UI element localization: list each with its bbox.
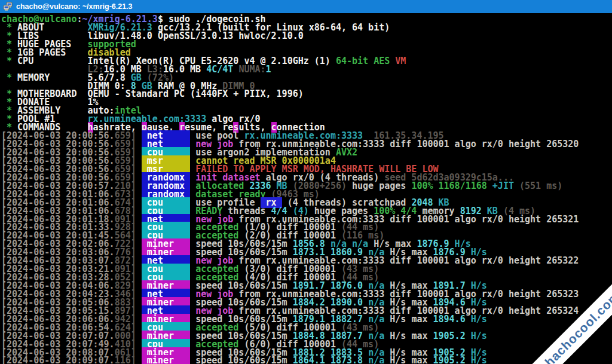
terminal-line: * MEMORY 5.6/7.8 GB (72%)	[1, 72, 612, 81]
text-segment: 1905.2	[433, 355, 466, 364]
putty-terminal-icon	[3, 2, 13, 11]
log-line: [2024-06-03 20:03:28.052] cpu accepted (…	[1, 272, 612, 280]
text-segment: QEMU - Standard PC (i440FX + PIIX, 1996)	[88, 88, 304, 99]
log-line: [2024-06-03 20:01:45.564] cpu accepted (…	[1, 230, 612, 238]
text-segment: 64-bit AES	[336, 56, 390, 66]
log-line: [2024-06-03 20:01:06.674] cpu use profil…	[1, 197, 612, 206]
text-segment: (551 ms)	[519, 181, 562, 191]
text-segment	[487, 181, 492, 191]
log-line: [2024-06-03 20:00:56.659] msr FAILED TO …	[1, 164, 612, 172]
terminal-output[interactable]: chacho@vulcano:~/xmrig-6.21.3$ sudo ./do…	[0, 13, 612, 364]
text-segment	[514, 181, 519, 191]
log-line: [2024-06-03 20:08:07.061] miner speed 10…	[1, 347, 612, 356]
text-segment: 1905.2	[433, 331, 466, 341]
log-line: [2024-06-03 20:05:15.897] net new job fr…	[1, 305, 612, 314]
text-segment: 1894.6	[433, 314, 466, 325]
log-line: [2024-06-03 20:06:54.624] cpu accepted (…	[1, 322, 612, 331]
text-segment: huge pages	[347, 181, 411, 191]
terminal-line: * COMMANDS hashrate, pause, resume, resu…	[1, 122, 612, 130]
log-line: [2024-06-03 20:00:56.659] randomx init d…	[1, 172, 612, 181]
text-segment: 4C/4T	[206, 64, 233, 75]
text-segment: max	[411, 314, 433, 325]
text-segment: H/s	[466, 314, 487, 325]
text-segment	[390, 56, 395, 66]
text-segment: AVX2	[336, 147, 357, 158]
terminal-line: DIMM 0: 8 GB RAM @ 0 MHz DIMM 0	[1, 81, 612, 89]
text-segment: max	[411, 331, 433, 341]
terminal-line: * MOTHERBOARD QEMU - Standard PC (i440FX…	[1, 88, 612, 97]
text-segment: 1864.1 1873.8	[293, 355, 363, 364]
text-segment: NUMA:	[238, 64, 265, 75]
window-titlebar[interactable]: chacho@vulcano: ~/xmrig-6.21.3	[0, 0, 612, 13]
log-line: [2024-06-03 20:02:06.722] miner speed 10…	[1, 238, 612, 247]
text-segment: 100% 1168/1168	[411, 181, 486, 191]
terminal-line: * POOL #1 rx.unmineable.com:3333 algo rx…	[1, 114, 612, 122]
terminal-line: * CPU Intel(R) Xeon(R) CPU E5-2620 v4 @ …	[1, 56, 612, 64]
log-line: [2024-06-03 20:04:06.829] miner speed 10…	[1, 280, 612, 289]
terminal-line: * ABOUT XMRig/6.21.3 gcc/13.2.1 (built f…	[1, 22, 612, 30]
terminal-line: * DONATE 1%	[1, 97, 612, 105]
log-line: [2024-06-03 20:03:06.776] miner speed 10…	[1, 247, 612, 255]
log-line: [2024-06-03 20:01:06.678] cpu READY thre…	[1, 206, 612, 214]
log-tag-miner: miner	[142, 355, 190, 364]
text-segment	[190, 355, 195, 364]
text-segment: VM	[395, 56, 406, 66]
log-line: [2024-06-03 20:00:56.659] msr cannot rea…	[1, 155, 612, 164]
text-segment: n/a	[368, 355, 384, 364]
terminal-line: chacho@vulcano:~/xmrig-6.21.3$ sudo ./do…	[1, 14, 612, 22]
text-segment	[363, 355, 368, 364]
text-segment: +JIT	[492, 181, 514, 191]
log-line: [2024-06-03 20:00:57.210] randomx alloca…	[1, 181, 612, 189]
log-timestamp-ms: 116]	[115, 355, 136, 364]
terminal-line: * 1GB PAGES disabled	[1, 47, 612, 56]
log-line: [2024-06-03 20:03:07.872] net new job fr…	[1, 255, 612, 264]
text-segment: max	[411, 355, 433, 364]
text-segment: H/s	[466, 331, 487, 341]
text-segment	[136, 355, 142, 364]
log-line: [2024-06-03 20:00:56.659] net new job fr…	[1, 139, 612, 147]
log-line: [2024-06-03 20:07:49.410] cpu accepted (…	[1, 339, 612, 347]
window-title: chacho@vulcano: ~/xmrig-6.21.3	[16, 2, 133, 11]
terminal-line: * ASSEMBLY auto:intel	[1, 105, 612, 114]
text-segment: speed 10s/60s/15m	[195, 355, 293, 364]
text-segment: H/s	[466, 355, 487, 364]
putty-window: { "window": { "title": "chacho@vulcano: …	[0, 0, 612, 364]
log-line: [2024-06-03 20:09:07.116] miner speed 10…	[1, 355, 612, 363]
text-segment: 1	[266, 64, 271, 75]
terminal-line: * HUGE PAGES supported	[1, 39, 612, 47]
text-segment: H/s	[384, 331, 411, 341]
text-segment: H/s	[384, 355, 411, 364]
log-line: [2024-06-03 20:07:07.000] miner speed 10…	[1, 331, 612, 339]
log-line: [2024-06-03 20:00:56.659] net use pool r…	[1, 130, 612, 139]
log-line: [2024-06-03 20:01:18.091] net new job fr…	[1, 214, 612, 222]
log-line: [2024-06-03 20:04:23.346] net new job fr…	[1, 289, 612, 297]
log-timestamp: [2024-06-03 20:09:07.	[1, 355, 115, 364]
text-segment: H/s	[384, 314, 411, 325]
